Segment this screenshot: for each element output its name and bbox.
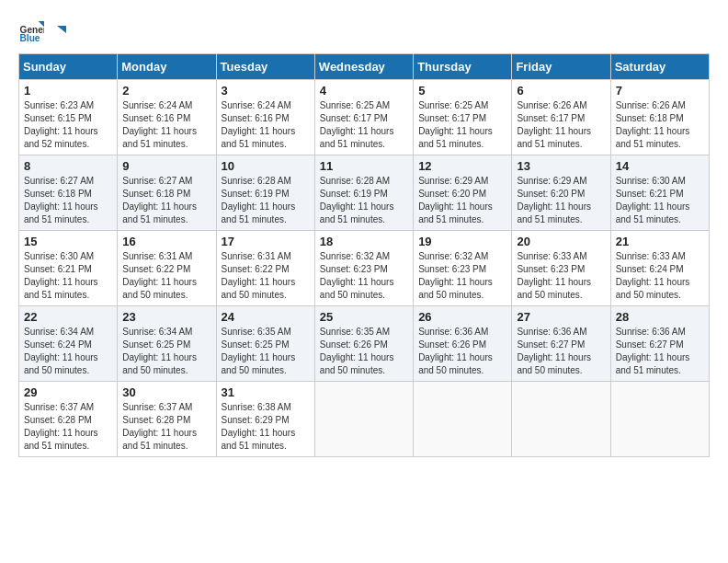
calendar-cell	[610, 382, 709, 457]
calendar-cell: 25Sunrise: 6:35 AM Sunset: 6:26 PM Dayli…	[314, 306, 413, 382]
logo: General Blue	[18, 18, 66, 44]
calendar-cell: 15Sunrise: 6:30 AM Sunset: 6:21 PM Dayli…	[19, 231, 118, 306]
day-number: 1	[24, 84, 112, 98]
weekday-thursday: Thursday	[414, 54, 512, 80]
day-info: Sunrise: 6:26 AM Sunset: 6:17 PM Dayligh…	[517, 99, 605, 151]
day-number: 5	[418, 84, 506, 98]
calendar-cell: 24Sunrise: 6:35 AM Sunset: 6:25 PM Dayli…	[216, 306, 314, 382]
day-info: Sunrise: 6:34 AM Sunset: 6:25 PM Dayligh…	[122, 326, 210, 377]
calendar-cell: 9Sunrise: 6:27 AM Sunset: 6:18 PM Daylig…	[118, 155, 216, 231]
calendar-cell: 28Sunrise: 6:36 AM Sunset: 6:27 PM Dayli…	[610, 306, 709, 382]
calendar-cell: 17Sunrise: 6:31 AM Sunset: 6:22 PM Dayli…	[216, 231, 314, 306]
calendar-cell: 12Sunrise: 6:29 AM Sunset: 6:20 PM Dayli…	[414, 155, 512, 231]
calendar-cell: 5Sunrise: 6:25 AM Sunset: 6:17 PM Daylig…	[414, 80, 512, 155]
weekday-tuesday: Tuesday	[216, 54, 314, 80]
day-info: Sunrise: 6:36 AM Sunset: 6:27 PM Dayligh…	[517, 326, 605, 377]
day-info: Sunrise: 6:38 AM Sunset: 6:29 PM Dayligh…	[222, 401, 310, 453]
calendar-cell: 4Sunrise: 6:25 AM Sunset: 6:17 PM Daylig…	[314, 80, 413, 155]
day-number: 11	[320, 159, 408, 173]
calendar-cell: 30Sunrise: 6:37 AM Sunset: 6:28 PM Dayli…	[118, 382, 216, 457]
day-number: 26	[418, 310, 506, 324]
logo-icon: General Blue	[18, 18, 44, 44]
day-number: 17	[222, 235, 310, 248]
day-number: 16	[122, 235, 210, 248]
calendar-cell: 11Sunrise: 6:28 AM Sunset: 6:19 PM Dayli…	[314, 155, 413, 231]
day-info: Sunrise: 6:28 AM Sunset: 6:19 PM Dayligh…	[222, 175, 310, 226]
day-number: 8	[24, 159, 112, 173]
calendar-cell	[512, 382, 610, 457]
day-info: Sunrise: 6:30 AM Sunset: 6:21 PM Dayligh…	[24, 250, 112, 302]
day-info: Sunrise: 6:31 AM Sunset: 6:22 PM Dayligh…	[222, 250, 310, 302]
day-number: 28	[616, 310, 704, 324]
calendar-week-3: 15Sunrise: 6:30 AM Sunset: 6:21 PM Dayli…	[19, 231, 710, 306]
calendar-cell: 6Sunrise: 6:26 AM Sunset: 6:17 PM Daylig…	[512, 80, 610, 155]
day-number: 2	[122, 84, 210, 98]
svg-marker-3	[57, 26, 66, 33]
day-number: 13	[517, 159, 605, 173]
weekday-header-row: SundayMondayTuesdayWednesdayThursdayFrid…	[19, 54, 710, 80]
day-info: Sunrise: 6:23 AM Sunset: 6:15 PM Dayligh…	[24, 99, 112, 151]
day-info: Sunrise: 6:32 AM Sunset: 6:23 PM Dayligh…	[320, 250, 408, 302]
day-number: 12	[418, 159, 506, 173]
day-info: Sunrise: 6:33 AM Sunset: 6:23 PM Dayligh…	[517, 250, 605, 302]
weekday-sunday: Sunday	[19, 54, 118, 80]
calendar-cell: 18Sunrise: 6:32 AM Sunset: 6:23 PM Dayli…	[314, 231, 413, 306]
calendar-week-1: 1Sunrise: 6:23 AM Sunset: 6:15 PM Daylig…	[19, 80, 710, 155]
day-info: Sunrise: 6:34 AM Sunset: 6:24 PM Dayligh…	[24, 326, 112, 377]
calendar-cell: 19Sunrise: 6:32 AM Sunset: 6:23 PM Dayli…	[414, 231, 512, 306]
calendar-cell	[314, 382, 413, 457]
weekday-saturday: Saturday	[610, 54, 709, 80]
calendar-table: SundayMondayTuesdayWednesdayThursdayFrid…	[18, 53, 710, 457]
calendar-cell: 20Sunrise: 6:33 AM Sunset: 6:23 PM Dayli…	[512, 231, 610, 306]
day-number: 21	[616, 235, 704, 248]
logo-bird-icon	[48, 24, 66, 42]
calendar-cell: 1Sunrise: 6:23 AM Sunset: 6:15 PM Daylig…	[19, 80, 118, 155]
day-number: 20	[517, 235, 605, 248]
day-number: 7	[616, 84, 704, 98]
calendar-cell	[414, 382, 512, 457]
day-number: 23	[122, 310, 210, 324]
day-info: Sunrise: 6:25 AM Sunset: 6:17 PM Dayligh…	[418, 99, 506, 151]
day-info: Sunrise: 6:37 AM Sunset: 6:28 PM Dayligh…	[122, 401, 210, 453]
weekday-monday: Monday	[118, 54, 216, 80]
day-info: Sunrise: 6:26 AM Sunset: 6:18 PM Dayligh…	[616, 99, 704, 151]
day-number: 27	[517, 310, 605, 324]
day-number: 18	[320, 235, 408, 248]
day-info: Sunrise: 6:35 AM Sunset: 6:25 PM Dayligh…	[222, 326, 310, 377]
day-number: 3	[222, 84, 310, 98]
day-number: 6	[517, 84, 605, 98]
day-info: Sunrise: 6:27 AM Sunset: 6:18 PM Dayligh…	[122, 175, 210, 226]
day-number: 30	[122, 385, 210, 399]
day-info: Sunrise: 6:33 AM Sunset: 6:24 PM Dayligh…	[616, 250, 704, 302]
day-number: 14	[616, 159, 704, 173]
calendar-week-5: 29Sunrise: 6:37 AM Sunset: 6:28 PM Dayli…	[19, 382, 710, 457]
day-number: 4	[320, 84, 408, 98]
calendar-cell: 27Sunrise: 6:36 AM Sunset: 6:27 PM Dayli…	[512, 306, 610, 382]
calendar-cell: 14Sunrise: 6:30 AM Sunset: 6:21 PM Dayli…	[610, 155, 709, 231]
day-info: Sunrise: 6:29 AM Sunset: 6:20 PM Dayligh…	[418, 175, 506, 226]
calendar-cell: 26Sunrise: 6:36 AM Sunset: 6:26 PM Dayli…	[414, 306, 512, 382]
day-info: Sunrise: 6:37 AM Sunset: 6:28 PM Dayligh…	[24, 401, 112, 453]
svg-text:Blue: Blue	[20, 33, 40, 43]
day-number: 10	[222, 159, 310, 173]
calendar-cell: 31Sunrise: 6:38 AM Sunset: 6:29 PM Dayli…	[216, 382, 314, 457]
page-header: General Blue	[18, 18, 710, 44]
calendar-cell: 21Sunrise: 6:33 AM Sunset: 6:24 PM Dayli…	[610, 231, 709, 306]
calendar-cell: 29Sunrise: 6:37 AM Sunset: 6:28 PM Dayli…	[19, 382, 118, 457]
calendar-cell: 2Sunrise: 6:24 AM Sunset: 6:16 PM Daylig…	[118, 80, 216, 155]
day-number: 25	[320, 310, 408, 324]
calendar-cell: 13Sunrise: 6:29 AM Sunset: 6:20 PM Dayli…	[512, 155, 610, 231]
calendar-cell: 23Sunrise: 6:34 AM Sunset: 6:25 PM Dayli…	[118, 306, 216, 382]
calendar-cell: 22Sunrise: 6:34 AM Sunset: 6:24 PM Dayli…	[19, 306, 118, 382]
day-info: Sunrise: 6:32 AM Sunset: 6:23 PM Dayligh…	[418, 250, 506, 302]
day-number: 29	[24, 385, 112, 399]
day-number: 19	[418, 235, 506, 248]
calendar-week-2: 8Sunrise: 6:27 AM Sunset: 6:18 PM Daylig…	[19, 155, 710, 231]
calendar-cell: 10Sunrise: 6:28 AM Sunset: 6:19 PM Dayli…	[216, 155, 314, 231]
calendar-cell: 8Sunrise: 6:27 AM Sunset: 6:18 PM Daylig…	[19, 155, 118, 231]
day-number: 9	[122, 159, 210, 173]
day-info: Sunrise: 6:36 AM Sunset: 6:26 PM Dayligh…	[418, 326, 506, 377]
calendar-cell: 3Sunrise: 6:24 AM Sunset: 6:16 PM Daylig…	[216, 80, 314, 155]
weekday-friday: Friday	[512, 54, 610, 80]
calendar-cell: 16Sunrise: 6:31 AM Sunset: 6:22 PM Dayli…	[118, 231, 216, 306]
